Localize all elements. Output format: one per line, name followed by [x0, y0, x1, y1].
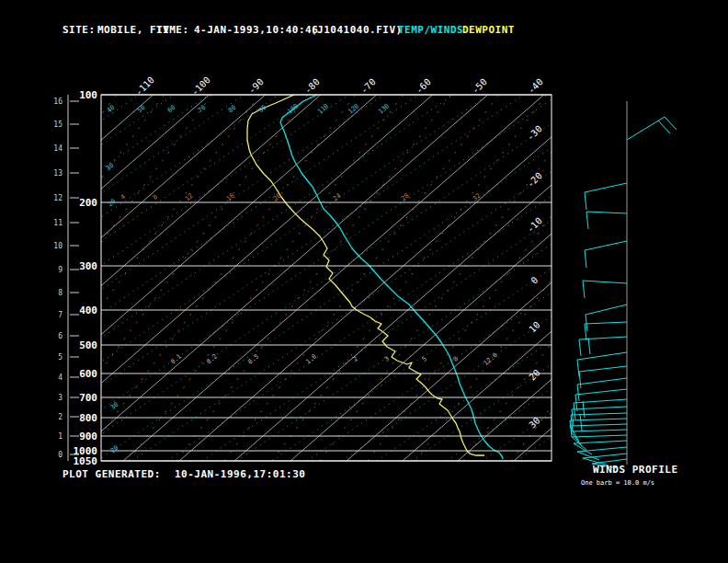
- moist-adiabat-line: [377, 95, 728, 461]
- wind-barb: [583, 401, 585, 418]
- height-tick-label: 7: [58, 311, 63, 319]
- height-tick-label: 12: [53, 194, 63, 202]
- moist-adiabat-line: [97, 95, 628, 461]
- temp-label-top: -60: [414, 76, 433, 96]
- moist-adiabat-label: 120: [347, 102, 360, 115]
- moist-adiabat-label: 70: [197, 104, 208, 115]
- moist-adiabat-line: [237, 95, 728, 461]
- temp-label-top: -110: [133, 75, 156, 98]
- moist-adiabat-line: [0, 95, 104, 461]
- wind-barb: [586, 212, 627, 229]
- moist-adiabat-label: 60: [166, 104, 177, 115]
- temp-label-top: -90: [246, 76, 266, 96]
- wind-barb: [580, 414, 582, 431]
- moist-adiabat-line: [447, 95, 728, 461]
- height-tick-label: 4: [58, 373, 63, 382]
- mixing-ratio-label: 0.5: [246, 352, 260, 365]
- plot-generated-label: PLOT GENERATED:: [63, 468, 161, 480]
- winds-profile-caption: One barb = 10.0 m/s: [581, 479, 654, 487]
- mixing-ratio-label: 5: [421, 355, 428, 363]
- dry-adiabat-label: 32: [472, 192, 483, 203]
- temp-label-top: -100: [189, 75, 212, 98]
- moist-adiabat-label: 80: [227, 104, 238, 115]
- moist-adiabat-label: 50: [136, 104, 147, 115]
- wind-barb: [658, 121, 670, 133]
- height-tick-label: 3: [58, 394, 63, 402]
- isotherm-line: [514, 95, 728, 461]
- moist-adiabat-line: [0, 95, 348, 461]
- moist-adiabat-line: [0, 95, 418, 461]
- moist-adiabat-line: [412, 95, 728, 461]
- moist-adiabat-edge-label: 20: [109, 444, 120, 455]
- height-tick-label: 6: [58, 332, 63, 340]
- moist-adiabat-line: [0, 95, 313, 461]
- wind-barb: [574, 399, 627, 419]
- moist-adiabat-line: [28, 95, 558, 461]
- moist-adiabat-line: [517, 95, 728, 461]
- plot-generated-value: 10-JAN-1996,17:01:30: [175, 468, 305, 480]
- height-tick-label: 8: [58, 289, 63, 297]
- winds-profile-title: WINDS PROFILE: [593, 464, 678, 476]
- pressure-tick-label: 900: [79, 431, 97, 442]
- dry-adiabat-line: [0, 95, 21, 461]
- temp-label-top: -40: [526, 76, 545, 96]
- wind-barb: [586, 304, 627, 331]
- dry-adiabat-line: [33, 95, 308, 461]
- temp-label-right: -10: [525, 215, 544, 235]
- moist-adiabat-line: [0, 95, 488, 461]
- isotherm-line: [570, 95, 728, 461]
- height-tick-label: 9: [58, 266, 63, 274]
- pressure-tick-label: 100: [79, 89, 97, 101]
- wind-barb: [588, 338, 590, 354]
- dry-adiabat-line: [0, 95, 165, 461]
- moist-adiabat-edge-label: 30: [109, 401, 120, 412]
- pressure-tick-label: 1050: [74, 455, 98, 467]
- moist-adiabat-line: [63, 95, 593, 461]
- isotherm-line: [12, 95, 433, 461]
- moist-adiabat-line: [0, 95, 174, 461]
- sounding-screen: SITE: MOBILE, FIV TIME: 4-JAN-1993,10:40…: [0, 0, 728, 563]
- mixing-ratio-label: 2: [352, 355, 359, 363]
- temp-label-right: -30: [525, 123, 544, 143]
- temp-label-top: -80: [302, 76, 322, 96]
- dry-adiabat-line: [0, 95, 212, 461]
- wind-barb: [627, 117, 677, 140]
- pressure-tick-label: 300: [79, 260, 97, 272]
- pressure-tick-label: 700: [79, 392, 97, 404]
- isotherm-line: [0, 95, 98, 461]
- dry-adiabat-line: [463, 95, 728, 461]
- moist-adiabat-line: [0, 95, 244, 461]
- moist-adiabat-line: [0, 95, 279, 461]
- moist-adiabat-line: [272, 95, 728, 461]
- dry-adiabat-label: 8: [152, 193, 159, 201]
- mixing-ratio-label: 3: [383, 355, 391, 363]
- dry-adiabat-line: [224, 95, 499, 461]
- moist-adiabat-line: [0, 95, 209, 461]
- height-tick-label: 16: [53, 98, 63, 106]
- isotherm-line: [0, 95, 266, 461]
- moist-adiabat-label: 130: [377, 102, 391, 115]
- dry-adiabat-label: 16: [225, 192, 236, 203]
- temp-label-right: -20: [525, 170, 544, 190]
- pressure-tick-label: 800: [79, 412, 97, 424]
- wind-barb: [585, 183, 627, 210]
- mixing-ratio-label: 8: [452, 355, 460, 363]
- mixing-ratio-label: 0.1: [169, 352, 183, 365]
- moist-adiabat-line: [0, 95, 34, 461]
- plot-frame: [101, 95, 552, 461]
- height-tick-label: 15: [53, 121, 63, 129]
- mixing-ratio-label: 0.2: [205, 352, 219, 365]
- pressure-tick-label: 600: [79, 368, 97, 380]
- dry-adiabat-line: [415, 95, 690, 461]
- wind-barb: [570, 419, 627, 437]
- moist-adiabat-label: 90: [257, 104, 268, 115]
- isotherm-line: [403, 95, 728, 461]
- dry-adiabat-line: [320, 95, 595, 461]
- isotherm-line: [123, 95, 544, 461]
- pressure-tick-label: 200: [79, 197, 97, 209]
- height-tick-label: 0: [58, 451, 63, 459]
- moist-adiabat-label: 110: [316, 102, 330, 115]
- wind-barb: [585, 241, 627, 268]
- height-tick-label: 10: [53, 242, 63, 250]
- isotherm-line: [234, 95, 655, 461]
